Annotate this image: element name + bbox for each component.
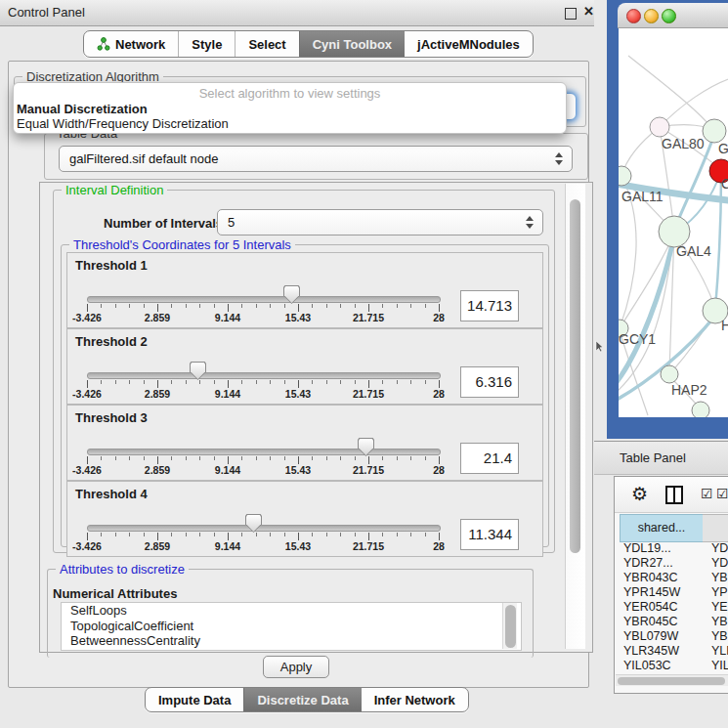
node-label-gal11: GAL11: [621, 189, 664, 204]
table-row[interactable]: YDR27...YDR2: [620, 556, 728, 571]
thresholds-group-title: Threshold's Coordinates for 5 Intervals: [69, 237, 295, 252]
tab-network[interactable]: Network: [84, 31, 178, 57]
bottom-tabs: Impute Data Discretize Data Infer Networ…: [145, 687, 469, 712]
slider-tick-labels: -3.426 2.859 9.144 15.43 21.715 28: [87, 540, 439, 553]
interval-definition-title: Interval Definition: [62, 183, 167, 197]
attributes-group-title: Attributes to discretize: [56, 562, 189, 577]
scrollbar-thumb[interactable]: [570, 199, 580, 553]
table-panel-header: Table Panel: [594, 441, 728, 475]
checkbox-icon[interactable]: ☑: [716, 486, 728, 501]
close-traffic-light-icon[interactable]: [626, 9, 641, 23]
list-item[interactable]: SelfLoops: [62, 603, 521, 619]
node-clipped-top[interactable]: [703, 119, 726, 143]
num-intervals-value: 5: [228, 215, 235, 230]
table-panel-window: ⚙ ☑ ☑ shared... name YDL19...YDL1 YDR27.…: [614, 476, 728, 694]
close-icon[interactable]: ✕: [583, 4, 594, 19]
apply-button[interactable]: Apply: [263, 656, 329, 678]
threshold-3-slider-track[interactable]: [87, 449, 441, 455]
algorithm-dropdown: Select algorithm to view settings Manual…: [13, 82, 567, 134]
threshold-2-value-field[interactable]: 6.316: [460, 366, 519, 398]
column-header-shared-name[interactable]: shared...: [620, 514, 704, 542]
float-window-icon[interactable]: [565, 8, 577, 20]
node-label-clipped-mid: C: [721, 176, 728, 192]
scrollbar-thumb[interactable]: [505, 605, 516, 648]
threshold-4-box: Threshold 4 -3.426 2.859 9.144 15.43 21.…: [66, 481, 543, 557]
table-row[interactable]: YIL053CYIL0: [620, 659, 728, 673]
slider-tick-labels: -3.426 2.859 9.144 15.43 21.715 28: [87, 464, 439, 477]
threshold-4-value-field[interactable]: 11.344: [460, 519, 519, 550]
mouse-cursor: [595, 341, 604, 353]
tab-network-label: Network: [115, 37, 165, 52]
table-horizontal-scrollbar[interactable]: [616, 674, 728, 686]
table-row[interactable]: YDL19...YDL1: [620, 541, 728, 556]
tab-infer-network[interactable]: Infer Network: [362, 688, 468, 711]
slider-tick-labels: -3.426 2.859 9.144 15.43 21.715 28: [87, 388, 439, 401]
list-item[interactable]: TopologicalCoefficient: [62, 619, 521, 634]
checkbox-icon[interactable]: ☑: [701, 486, 713, 501]
table-panel-title: Table Panel: [620, 450, 686, 465]
node-label-gal4: GAL4: [676, 243, 711, 259]
numerical-attributes-list[interactable]: SelfLoops TopologicalCoefficient Between…: [61, 602, 522, 651]
combo-stepper-icon: [554, 151, 563, 166]
table-row[interactable]: YBR043CYBR0: [620, 571, 728, 585]
num-intervals-label: Number of Intervals: [104, 216, 223, 231]
table-row[interactable]: YPR145WYPR1: [620, 585, 728, 600]
split-columns-icon[interactable]: [665, 486, 683, 504]
threshold-4-slider-track[interactable]: [87, 525, 441, 532]
threshold-2-slider-track[interactable]: [87, 372, 441, 379]
table-data-value: galFiltered.sif default node: [69, 151, 218, 166]
settings-scrollbar[interactable]: [565, 184, 585, 649]
num-intervals-combobox[interactable]: 5: [217, 209, 543, 236]
network-icon: [97, 37, 110, 51]
control-panel-tabs: Network Style Select Cyni Toolbox jActiv…: [83, 30, 534, 58]
tab-select[interactable]: Select: [235, 31, 298, 57]
table-row[interactable]: YBR045CYBR0: [620, 615, 728, 629]
node-label-gcy1: GCY1: [619, 331, 656, 347]
tab-cyni-toolbox[interactable]: Cyni Toolbox: [299, 31, 405, 57]
zoom-traffic-light-icon[interactable]: [662, 9, 676, 23]
table-body: YDL19...YDL1 YDR27...YDR2 YBR043CYBR0 YP…: [620, 541, 728, 673]
network-canvas[interactable]: GAL80 GA C GAL11 GAL4 GCY1 H HAP2: [619, 28, 728, 417]
tab-impute-data[interactable]: Impute Data: [146, 688, 243, 711]
slider-tick-labels: -3.426 2.859 9.144 15.43 21.715 28: [87, 312, 439, 324]
slider-ticks: [87, 533, 439, 540]
node-gal80[interactable]: [650, 117, 669, 137]
tab-discretize-data[interactable]: Discretize Data: [243, 688, 361, 711]
numerical-attributes-label: Numerical Attributes: [53, 586, 177, 601]
threshold-1-box: Threshold 1 -3.426 2.859 9.144 15.43 21.…: [66, 252, 543, 328]
threshold-3-box: Threshold 3 -3.426 2.859 9.144 15.43 21.…: [66, 405, 543, 481]
slider-ticks: [87, 456, 439, 464]
attributes-list-scrollbar[interactable]: [502, 603, 517, 649]
node-label-gal80: GAL80: [662, 136, 705, 151]
table-row[interactable]: YLR345WYLR3: [620, 644, 728, 659]
tab-style[interactable]: Style: [178, 31, 235, 57]
minimize-traffic-light-icon[interactable]: [644, 9, 659, 23]
table-row[interactable]: YER054CYER0: [620, 600, 728, 615]
threshold-1-slider-track[interactable]: [87, 296, 441, 303]
threshold-1-value-field[interactable]: 14.713: [460, 290, 519, 321]
algorithm-dropdown-hint: Select algorithm to view settings: [14, 86, 566, 101]
node-hap2[interactable]: [661, 365, 678, 383]
node-clipped-bottom[interactable]: [692, 402, 709, 417]
dropdown-option-manual[interactable]: Manual Discretization: [17, 102, 148, 116]
table-toolbar: ⚙ ☑ ☑: [615, 477, 728, 513]
control-panel-titlebar: [0, 0, 594, 26]
table-row[interactable]: YBL079WYBL0: [620, 629, 728, 644]
tab-jactivemnodules[interactable]: jActiveMNodules: [405, 31, 533, 57]
threshold-3-value-field[interactable]: 21.4: [460, 443, 519, 474]
node-label-hap2: HAP2: [671, 382, 707, 398]
gear-icon[interactable]: ⚙: [631, 483, 648, 505]
network-window-titlebar[interactable]: [618, 3, 728, 28]
network-graph: GAL80 GA C GAL11 GAL4 GCY1 H HAP2: [619, 28, 728, 417]
scrollbar-thumb[interactable]: [618, 677, 725, 685]
slider-ticks: [87, 380, 439, 388]
node-label-clipped-top: GA: [718, 141, 728, 156]
slider-ticks: [87, 304, 439, 312]
list-item[interactable]: BetweennessCentrality: [62, 633, 521, 649]
threshold-2-box: Threshold 2 -3.426 2.859 9.144 15.43 21.…: [66, 328, 543, 405]
table-data-combobox[interactable]: galFiltered.sif default node: [59, 146, 573, 172]
column-header-name[interactable]: name: [703, 514, 728, 542]
node-label-clipped-right: H: [721, 318, 728, 333]
dropdown-option-equal-width[interactable]: Equal Width/Frequency Discretization: [17, 116, 229, 131]
screen: Control Panel ✕ Network Style Select Cyn…: [0, 0, 728, 728]
